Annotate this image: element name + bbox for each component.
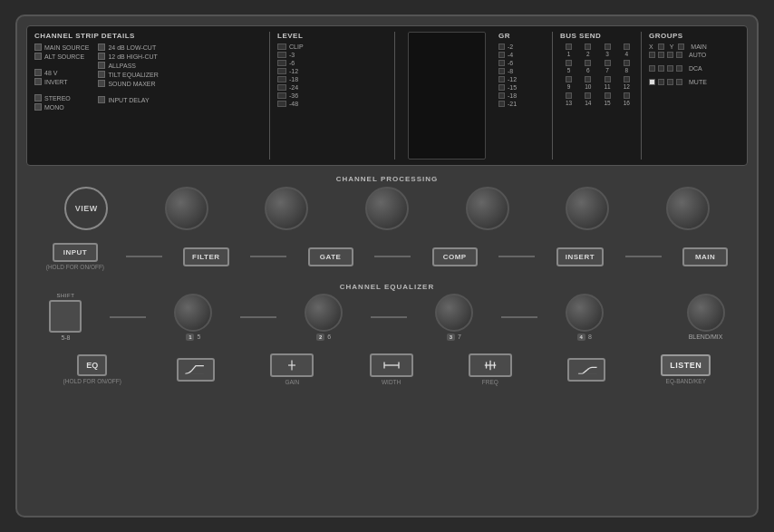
meter-label-m36: -36 xyxy=(289,92,298,99)
meter-m12: -12 xyxy=(277,68,387,74)
gr-val-2: -6 xyxy=(508,60,513,66)
gain-icon xyxy=(279,358,305,372)
cp-knob-1[interactable] xyxy=(165,187,208,230)
label-allpass: ALLPASS xyxy=(108,63,136,69)
width-button[interactable] xyxy=(370,353,413,377)
input-button[interactable]: INPUT xyxy=(53,243,98,262)
eq-line-3 xyxy=(371,316,407,318)
eq-num-2: 6 xyxy=(327,334,331,340)
listen-button[interactable]: LISTEN xyxy=(661,354,711,376)
led-row-highcut: 12 dB HIGH-CUT xyxy=(98,53,158,60)
gate-button[interactable]: GATE xyxy=(308,247,353,266)
label-lowcut: 24 dB LOW-CUT xyxy=(108,44,156,51)
bus-2: 2 xyxy=(579,44,596,58)
main-button[interactable]: MAIN xyxy=(682,247,728,266)
high-shelf-icon xyxy=(574,363,599,377)
filter-button[interactable]: FILTER xyxy=(183,247,228,266)
eq-knob-2[interactable] xyxy=(305,294,343,332)
led-row-inputdelay: INPUT DELAY xyxy=(98,96,158,103)
bus-led-6 xyxy=(585,60,591,66)
width-icon xyxy=(379,358,404,372)
eq-label-3: 3 7 xyxy=(447,334,461,341)
led-main-source xyxy=(34,44,42,51)
gr-led-7 xyxy=(498,101,505,107)
eq-badge-1: 1 xyxy=(186,334,194,341)
eq-label-1: 1 5 xyxy=(186,334,200,341)
level-title: LEVEL xyxy=(277,32,387,40)
eq-line-1 xyxy=(110,316,146,318)
bus-led-13 xyxy=(566,92,572,99)
blend-mix-knob[interactable] xyxy=(687,294,725,332)
csd-rows: MAIN SOURCE ALT SOURCE 48 V INVERT xyxy=(34,44,262,160)
eq-line-2 xyxy=(240,316,276,318)
gr-val-6: -18 xyxy=(508,92,517,99)
bus-grid: 1 2 3 4 5 6 7 8 9 10 11 12 13 14 15 16 xyxy=(560,44,635,107)
eq-badge-2: 2 xyxy=(316,334,324,341)
gain-button[interactable] xyxy=(270,353,314,377)
freq-button[interactable] xyxy=(469,353,512,377)
group-row-mute: MUTE xyxy=(649,79,740,85)
eq-knob-4[interactable] xyxy=(566,294,604,332)
eq-onoff-button[interactable]: EQ xyxy=(77,354,107,376)
view-knob[interactable]: VIEW xyxy=(64,187,108,230)
meter-bar-clip xyxy=(277,44,286,50)
insert-button[interactable]: INSERT xyxy=(556,247,604,266)
eq-knob-1[interactable] xyxy=(174,294,212,332)
bus-1: 1 xyxy=(560,44,577,58)
g-led-mute-3 xyxy=(667,79,673,85)
g-led-mute-1 xyxy=(649,79,655,85)
cp-buttons-row: INPUT (HOLD FOR ON/OFF) FILTER GATE COMP… xyxy=(26,239,748,274)
gr-val-4: -12 xyxy=(508,76,517,82)
low-shelf-button[interactable] xyxy=(177,358,215,382)
meter-m24: -24 xyxy=(277,84,387,91)
line-3 xyxy=(374,256,411,257)
bus-led-1 xyxy=(566,44,572,50)
gr-led-2 xyxy=(498,60,505,66)
label-alt-source: ALT SOURCE xyxy=(44,53,84,60)
listen-btn-group: LISTEN EQ-BAND/KEY xyxy=(661,354,711,384)
bus-led-10 xyxy=(585,76,591,82)
cp-knobs-row: VIEW xyxy=(26,187,748,230)
bus-led-11 xyxy=(605,76,611,82)
comp-button[interactable]: COMP xyxy=(432,247,478,266)
led-row-stereo: STEREO xyxy=(34,94,89,102)
led-invert xyxy=(34,78,42,85)
gr-title: GR xyxy=(498,32,547,40)
groups-section: GROUPS X Y MAIN AUTO xyxy=(649,32,740,160)
line-2 xyxy=(250,256,286,257)
high-shelf-button[interactable] xyxy=(567,358,605,382)
label-tilt: TILT EQUALIZER xyxy=(108,72,158,78)
shift-label: SHIFT xyxy=(57,293,75,298)
shift-group: SHIFT 5-8 xyxy=(49,293,82,341)
gr-row-4: -12 xyxy=(498,76,547,82)
g-led-x xyxy=(658,44,664,50)
led-inputdelay xyxy=(98,96,105,103)
group-row-auto: AUTO xyxy=(649,52,740,58)
cp-knob-2[interactable] xyxy=(265,187,308,230)
meter-m18: -18 xyxy=(277,76,387,82)
shift-button[interactable] xyxy=(49,300,82,333)
main-panel: CHANNEL STRIP DETAILS MAIN SOURCE ALT SO… xyxy=(15,15,759,517)
bus-send-section: BUS SEND 1 2 3 4 5 6 7 8 9 10 11 12 13 1… xyxy=(560,32,642,160)
gain-sub: GAIN xyxy=(285,379,299,385)
bus-led-8 xyxy=(624,60,630,66)
gr-row-0: -2 xyxy=(498,44,547,50)
eq-num-1: 5 xyxy=(197,334,200,340)
eq-knobs-row: SHIFT 5-8 1 5 2 6 xyxy=(26,293,748,341)
eq-badge-3: 3 xyxy=(447,334,455,341)
eq-knob-3[interactable] xyxy=(435,294,473,332)
meter-bar-m12 xyxy=(277,68,286,74)
g-led-dca-4 xyxy=(676,65,682,72)
eq-num-4: 8 xyxy=(588,334,592,340)
cp-knob-3[interactable] xyxy=(365,187,409,230)
gr-row-3: -8 xyxy=(498,68,547,74)
bus-4: 4 xyxy=(618,44,635,58)
cp-knob-5[interactable] xyxy=(566,187,609,230)
g-led-auto-1 xyxy=(649,52,655,58)
csd-col1: MAIN SOURCE ALT SOURCE 48 V INVERT xyxy=(34,44,89,160)
low-shelf-icon xyxy=(183,363,208,377)
cp-knob-6[interactable] xyxy=(666,187,710,230)
bus-13: 13 xyxy=(560,92,577,107)
cp-knob-4[interactable] xyxy=(466,187,509,230)
meter-m6: -6 xyxy=(277,60,387,66)
